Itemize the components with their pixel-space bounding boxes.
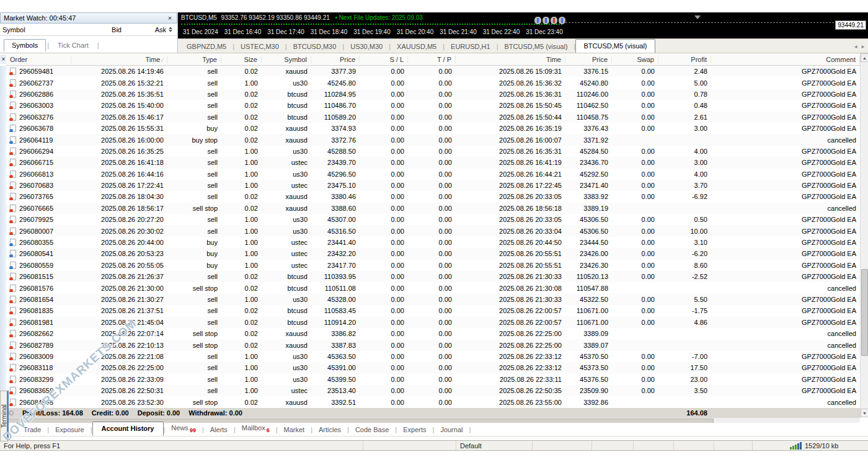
cell-sl: 0.00 — [360, 376, 408, 383]
history-row[interactable]: 2960803552025.08.26 20:44:00buy1.00ustec… — [6, 237, 860, 248]
history-row[interactable]: 2960636782025.08.26 15:55:31buy0.02xauus… — [6, 123, 860, 134]
vertical-scrollbar[interactable]: ▲ ▼ — [860, 53, 868, 417]
chart-tab-0[interactable]: GBPNZD,M5 — [180, 41, 232, 53]
history-row[interactable]: 2960799252025.08.26 20:27:20sell1.00us30… — [6, 214, 860, 225]
cell-time2: 2025.08.26 22:00:57 — [456, 319, 565, 326]
history-col-header-comment[interactable]: Comment — [711, 56, 860, 63]
tab-journal[interactable]: Journal — [434, 424, 469, 436]
history-row[interactable]: 2960815762025.08.26 21:30:00sell stop0.0… — [6, 282, 860, 293]
history-row[interactable]: 2960826622025.08.26 22:07:14sell stop0.0… — [6, 328, 860, 339]
history-row[interactable]: 2960830092025.08.26 22:21:08sell1.00us30… — [6, 351, 860, 362]
history-col-header-tp[interactable]: T / P — [408, 56, 456, 63]
history-row[interactable]: 2960667152025.08.26 16:41:18sell1.00uste… — [6, 157, 860, 168]
tab-account-history[interactable]: Account History — [92, 422, 164, 436]
vertical-scrollbar-thumb[interactable] — [861, 269, 868, 356]
tab-market[interactable]: Market — [278, 424, 311, 436]
cell-profit: 3.00 — [658, 125, 711, 132]
cell-comment: GPZ7000Gold EA — [711, 102, 860, 109]
status-profile[interactable]: Default — [456, 441, 533, 450]
market-watch-tab-tick-chart[interactable]: Tick Chart — [50, 40, 96, 51]
history-row[interactable]: 2960819812025.08.26 21:45:04sell0.02btcu… — [6, 317, 860, 328]
history-row[interactable]: 2960831182025.08.26 22:25:00sell1.00us30… — [6, 362, 860, 373]
history-row[interactable]: 2960805412025.08.26 20:53:23buy1.00ustec… — [6, 248, 860, 259]
close-icon[interactable]: × — [166, 14, 174, 22]
chart-tab-4[interactable]: XAUUSD,M5 — [391, 41, 443, 53]
market-watch-titlebar[interactable]: Market Watch: 00:45:47 × — [0, 12, 177, 24]
cell-comment: cancelled — [711, 330, 860, 337]
cell-sl: 0.00 — [360, 182, 408, 189]
cell-order: 296081835 — [6, 307, 71, 314]
history-col-header-time[interactable]: Time — [456, 56, 565, 63]
cell-symbol: xauusd — [262, 68, 311, 75]
history-col-header-time[interactable]: Time∕ — [71, 56, 167, 63]
history-row[interactable]: 2960628862025.08.26 15:35:51sell0.02btcu… — [6, 89, 860, 100]
history-row[interactable]: 2960827892025.08.26 22:10:13sell stop0.0… — [6, 339, 860, 350]
history-row[interactable]: 2960849552025.08.26 23:52:30sell stop0.0… — [6, 396, 860, 407]
history-row[interactable]: 2960800072025.08.26 20:30:02sell1.00us30… — [6, 225, 860, 236]
history-row[interactable]: 2960737652025.08.26 18:04:30sell0.02xauu… — [6, 191, 860, 202]
cell-symbol: us30 — [262, 376, 311, 383]
history-row[interactable]: 2960815152025.08.26 21:26:37sell0.02btcu… — [6, 271, 860, 282]
market-watch-col-ask[interactable]: Ask — [122, 26, 166, 33]
history-row[interactable]: 2960662942025.08.26 16:35:25sell1.00us30… — [6, 146, 860, 157]
scroll-down-icon[interactable]: ▼ — [861, 409, 868, 417]
chart-tab-7[interactable]: BTCUSD,M5 (visual) — [575, 39, 655, 53]
tab-alerts[interactable]: Alerts — [204, 424, 234, 436]
market-watch-tab-symbols[interactable]: Symbols — [4, 39, 46, 51]
chart-tab-6[interactable]: BTCUSD,M5 (visual) — [498, 41, 574, 53]
chart-area[interactable]: BTCUSD,M5 93352.76 93452.19 93350.86 934… — [178, 12, 868, 38]
sort-updown-icon[interactable] — [166, 27, 175, 32]
history-col-header-profit[interactable]: Profit — [658, 56, 711, 63]
chart-tab-2[interactable]: BTCUSD,M30 — [287, 41, 343, 53]
history-row[interactable]: 2960805592025.08.26 20:55:05buy1.00ustec… — [6, 260, 860, 271]
history-row[interactable]: 2960630032025.08.26 15:40:00sell0.02btcu… — [6, 100, 860, 111]
market-watch-tabs: Symbols|Tick Chart| — [0, 36, 177, 51]
order-number: 296063276 — [19, 113, 53, 121]
history-row[interactable]: 2960766652025.08.26 18:56:17sell stop0.0… — [6, 203, 860, 214]
nav-left-icon[interactable]: ◄ — [853, 44, 858, 50]
history-col-header-price[interactable]: Price — [565, 56, 612, 63]
nav-right-icon[interactable]: ► — [861, 44, 866, 50]
scroll-up-icon[interactable]: ▲ — [861, 53, 868, 62]
market-watch-col-symbol[interactable]: Symbol — [2, 26, 73, 33]
cell-tp: 0.00 — [408, 102, 456, 109]
tab-trade[interactable]: Trade — [17, 424, 47, 436]
tab-experts[interactable]: Experts — [397, 424, 432, 436]
history-col-header-swap[interactable]: Swap — [612, 56, 658, 63]
history-row[interactable]: 2960641192025.08.26 16:00:00buy stop0.02… — [6, 134, 860, 145]
history-row[interactable]: 2960627372025.08.26 15:32:21sell1.00us30… — [6, 77, 860, 88]
history-col-header-symbol[interactable]: Symbol — [262, 56, 311, 63]
history-col-header-price[interactable]: Price — [311, 56, 360, 63]
cell-price: 45399.50 — [311, 376, 360, 383]
tab-news[interactable]: News99 — [165, 422, 202, 436]
cell-time2: 2025.08.26 16:44:21 — [456, 170, 565, 178]
order-number: 296083009 — [19, 353, 53, 360]
history-row[interactable]: 2960818352025.08.26 21:37:51sell0.02btcu… — [6, 305, 860, 316]
cell-type: sell — [167, 193, 221, 200]
history-row[interactable]: 2960832992025.08.26 22:33:09sell1.00us30… — [6, 374, 860, 385]
tab-exposure[interactable]: Exposure — [49, 424, 90, 436]
terminal-side-tab[interactable]: Terminal — [0, 391, 9, 441]
cell-type: sell — [167, 170, 221, 178]
chart-tab-1[interactable]: USTEC,M30 — [234, 41, 285, 53]
cell-comment: GPZ7000Gold EA — [711, 91, 860, 98]
tab-articles[interactable]: Articles — [312, 424, 347, 436]
chart-tab-5[interactable]: EURUSD,H1 — [445, 41, 497, 53]
tab-mailbox[interactable]: Mailbox6 — [236, 422, 276, 436]
history-row[interactable]: 2960706832025.08.26 17:22:41sell1.00uste… — [6, 180, 860, 191]
history-row[interactable]: 2960668132025.08.26 16:44:16sell1.00us30… — [6, 169, 860, 180]
summary-total-profit: 164.08 — [658, 409, 711, 417]
chart-tab-3[interactable]: US30,M30 — [344, 41, 389, 53]
history-col-header-type[interactable]: Type — [167, 56, 221, 63]
history-row[interactable]: 2960632762025.08.26 15:46:17sell0.02btcu… — [6, 112, 860, 123]
history-row[interactable]: 2960836582025.08.26 22:50:31sell1.00uste… — [6, 385, 860, 396]
history-col-header-size[interactable]: Size — [221, 56, 262, 63]
cell-symbol: btcusd — [262, 273, 311, 280]
sell-order-icon — [10, 228, 16, 235]
market-watch-col-bid[interactable]: Bid — [73, 26, 122, 33]
history-row[interactable]: 2960594812025.08.26 14:19:46sell0.02xauu… — [6, 66, 860, 77]
tab-code-base[interactable]: Code Base — [349, 424, 395, 436]
history-row[interactable]: 2960816542025.08.26 21:30:27sell1.00us30… — [6, 294, 860, 305]
history-col-header-order[interactable]: Order — [6, 56, 71, 63]
history-col-header-sl[interactable]: S / L — [360, 56, 408, 63]
